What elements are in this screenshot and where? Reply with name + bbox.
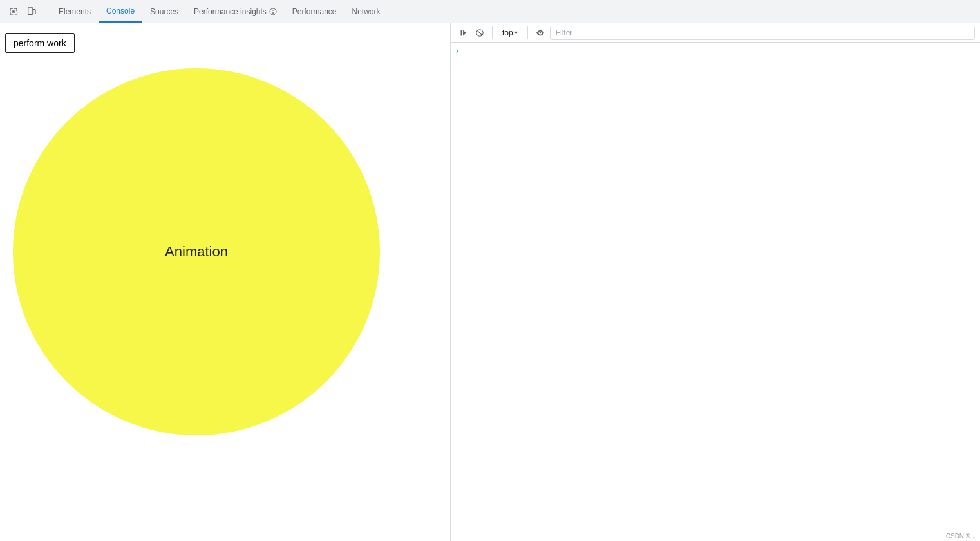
svg-point-5: [272, 10, 274, 11]
svg-rect-6: [272, 12, 273, 14]
svg-point-9: [539, 32, 541, 33]
filter-input[interactable]: [550, 26, 975, 40]
console-area: top ▾ ›: [451, 23, 980, 541]
chevron-right-icon: ›: [456, 46, 458, 55]
devtools-separator-1: [44, 5, 44, 18]
tab-elements[interactable]: Elements: [51, 0, 99, 23]
devtools-separator-3: [527, 26, 528, 39]
svg-rect-0: [12, 10, 15, 13]
tab-performance[interactable]: Performance: [285, 0, 344, 23]
play-pause-button[interactable]: [456, 26, 470, 40]
eye-icon-btn[interactable]: [533, 26, 547, 40]
perform-work-button[interactable]: perform work: [5, 33, 75, 53]
devtools-separator-2: [492, 26, 493, 39]
svg-point-3: [30, 13, 31, 14]
inspect-icon-btn[interactable]: [5, 3, 22, 20]
device-icon-btn[interactable]: [23, 3, 40, 20]
page-area: perform work Animation: [0, 23, 451, 541]
svg-line-8: [478, 30, 482, 35]
animation-label: Animation: [165, 243, 228, 260]
console-chevron[interactable]: ›: [451, 45, 980, 57]
context-selector[interactable]: top ▾: [498, 26, 522, 40]
console-content: ›: [451, 43, 980, 541]
main-content: perform work Animation top ▾: [0, 23, 980, 541]
animation-circle: Animation: [13, 68, 380, 435]
svg-rect-1: [28, 7, 33, 14]
svg-rect-2: [33, 9, 36, 14]
bottom-bar: CSDN ® ₂: [941, 531, 980, 541]
performance-insights-badge: [269, 8, 277, 15]
context-label: top: [502, 28, 513, 37]
tab-sources[interactable]: Sources: [142, 0, 186, 23]
tab-network[interactable]: Network: [344, 0, 388, 23]
dropdown-arrow-icon: ▾: [514, 29, 518, 36]
clear-console-button[interactable]: [473, 26, 487, 40]
console-toolbar: top ▾: [451, 23, 980, 43]
devtools-bar: Elements Console Sources Performance ins…: [0, 0, 980, 23]
tab-performance-insights[interactable]: Performance insights: [186, 0, 285, 23]
tab-console[interactable]: Console: [99, 0, 142, 23]
devtools-tabs: Elements Console Sources Performance ins…: [51, 0, 388, 23]
